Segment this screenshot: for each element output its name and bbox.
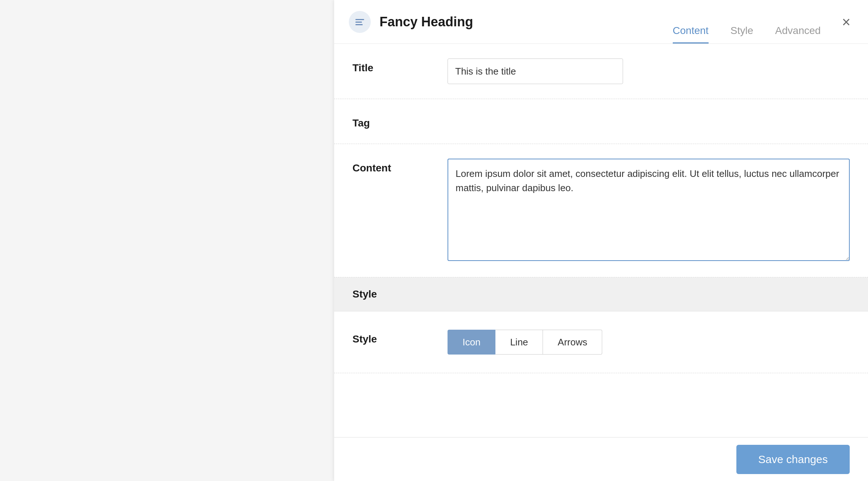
tab-advanced[interactable]: Advanced xyxy=(775,25,821,43)
style-button-group: Icon Line Arrows xyxy=(448,330,850,355)
svg-rect-0 xyxy=(355,19,364,20)
tab-style[interactable]: Style xyxy=(731,25,753,43)
title-field-row: Title xyxy=(334,44,868,99)
style-section-header: Style xyxy=(334,277,868,311)
panel-header: Fancy Heading Content Style Advanced × xyxy=(334,0,868,44)
panel-icon-wrap xyxy=(349,11,371,33)
style-field-label: Style xyxy=(352,330,448,345)
title-control xyxy=(448,58,850,84)
svg-rect-1 xyxy=(355,22,362,23)
title-label: Title xyxy=(352,58,448,74)
style-field-row: Style Icon Line Arrows xyxy=(334,311,868,373)
style-arrows-button[interactable]: Arrows xyxy=(543,330,602,355)
style-btn-group-wrap: Icon Line Arrows xyxy=(448,330,850,355)
close-button[interactable]: × xyxy=(839,12,853,32)
panel-footer: Save changes xyxy=(334,437,868,481)
header-tabs: Content Style Advanced xyxy=(673,0,821,43)
background-left xyxy=(0,0,334,481)
style-section-label: Style xyxy=(352,288,377,300)
tag-label: Tag xyxy=(352,114,448,129)
content-textarea[interactable] xyxy=(448,159,850,261)
tab-content[interactable]: Content xyxy=(673,25,709,43)
style-icon-button[interactable]: Icon xyxy=(448,330,495,355)
svg-rect-2 xyxy=(355,24,363,25)
style-line-button[interactable]: Line xyxy=(495,330,543,355)
fancy-heading-icon xyxy=(354,16,366,28)
title-input[interactable] xyxy=(448,58,623,84)
content-field-row: Content xyxy=(334,144,868,277)
save-changes-button[interactable]: Save changes xyxy=(736,445,850,474)
panel-title: Fancy Heading xyxy=(380,14,673,30)
panel-body: Title Tag Content Style Style xyxy=(334,44,868,437)
content-control xyxy=(448,159,850,262)
tag-field-row: Tag xyxy=(334,99,868,144)
content-label: Content xyxy=(352,159,448,174)
settings-panel: Fancy Heading Content Style Advanced × T… xyxy=(334,0,868,481)
